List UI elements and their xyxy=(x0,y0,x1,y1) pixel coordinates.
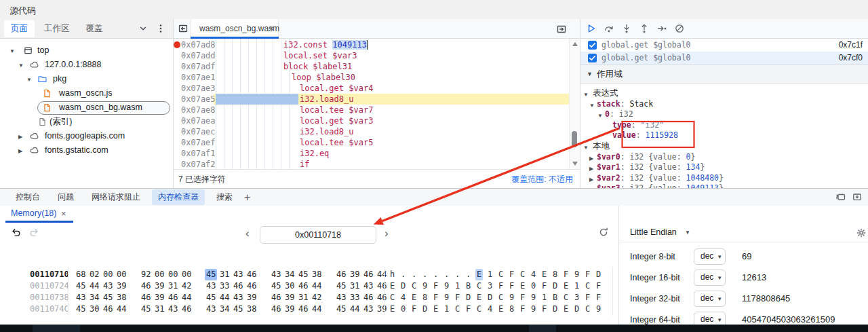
memory-ascii-char[interactable]: F xyxy=(455,292,460,303)
memory-byte[interactable]: 46 xyxy=(168,292,178,303)
memory-byte[interactable]: 39 xyxy=(117,280,126,292)
memory-byte[interactable]: 45 xyxy=(336,280,346,292)
memory-byte[interactable]: 33 xyxy=(220,280,229,292)
memory-byte[interactable]: 46 xyxy=(363,269,373,280)
code-line[interactable]: 0x07aeflocal.tee $var5 xyxy=(173,137,569,148)
scope-row-$var0[interactable]: ▶$var0: i32 {value: 0} xyxy=(580,151,868,162)
memory-byte[interactable]: 38 xyxy=(117,292,126,303)
memory-ascii-char[interactable]: . xyxy=(444,269,449,280)
memory-ascii-char[interactable]: 9 xyxy=(422,280,427,292)
memory-ascii-char[interactable]: E xyxy=(390,280,395,292)
memory-byte[interactable]: 31 xyxy=(168,280,178,292)
memory-byte[interactable]: 46 xyxy=(141,292,151,303)
memory-ascii-char[interactable]: . xyxy=(422,269,427,280)
refresh-icon[interactable] xyxy=(598,227,609,238)
memory-byte[interactable]: 00 xyxy=(155,269,164,280)
memory-ascii-char[interactable]: D xyxy=(422,303,427,315)
tree-item-wasm_oscn.js[interactable]: wasm_oscn.js xyxy=(0,86,173,100)
memory-ascii-char[interactable]: 8 xyxy=(509,303,514,315)
tree-item-127.0.0.1:8888[interactable]: ▼127.0.0.1:8888 xyxy=(0,58,173,72)
drawer-tab-网络请求阻止[interactable]: 网络请求阻止 xyxy=(85,189,146,205)
tree-item-pkg[interactable]: ▼pkg xyxy=(0,72,173,86)
memory-ascii-char[interactable]: F xyxy=(596,292,601,303)
memory-byte[interactable]: 31 xyxy=(298,292,308,303)
checkbox-checked-icon[interactable] xyxy=(588,54,597,62)
memory-byte[interactable]: 34 xyxy=(90,292,99,303)
memory-byte[interactable]: 30 xyxy=(285,280,294,292)
memory-ascii-char[interactable]: 9 xyxy=(596,303,601,315)
memory-byte[interactable]: 34 xyxy=(285,269,294,280)
memory-ascii-char[interactable]: 4 xyxy=(401,292,406,303)
memory-ascii-char[interactable]: D xyxy=(401,280,406,292)
memory-ascii-char[interactable]: 4 xyxy=(531,269,536,280)
memory-ascii-char[interactable]: E xyxy=(498,303,503,315)
memory-ascii-char[interactable]: E xyxy=(477,292,481,303)
scroll-down-icon[interactable] xyxy=(572,162,578,166)
memory-byte[interactable]: 45 xyxy=(76,303,85,315)
memory-byte[interactable]: 43 xyxy=(233,269,243,280)
memory-byte[interactable]: 43 xyxy=(103,280,113,292)
memory-ascii-char[interactable]: B xyxy=(466,280,471,292)
memory-byte[interactable]: 45 xyxy=(336,303,346,315)
memory-byte[interactable]: 46 xyxy=(247,269,256,280)
format-select[interactable]: dec▼ xyxy=(694,270,726,286)
memory-ascii-char[interactable]: E xyxy=(433,303,438,315)
memory-ascii-char[interactable]: C xyxy=(498,292,503,303)
memory-byte[interactable]: 44 xyxy=(117,303,126,315)
memory-byte[interactable]: 44 xyxy=(350,303,359,315)
divider[interactable] xyxy=(173,19,174,188)
format-select[interactable]: dec▼ xyxy=(694,291,726,307)
memory-ascii-char[interactable]: F xyxy=(596,280,601,292)
step-icon[interactable] xyxy=(656,23,667,34)
more-options-icon[interactable] xyxy=(155,23,166,34)
memory-byte[interactable]: 46 xyxy=(363,292,373,303)
memory-ascii-char[interactable]: . xyxy=(412,269,416,280)
memory-ascii-char[interactable]: F xyxy=(564,269,568,280)
memory-byte[interactable]: 45 xyxy=(205,269,217,280)
memory-ascii-char[interactable]: C xyxy=(585,280,590,292)
memory-byte[interactable]: 43 xyxy=(206,303,216,315)
memory-byte[interactable]: 43 xyxy=(271,269,281,280)
memory-byte[interactable]: 39 xyxy=(285,292,294,303)
memory-ascii-char[interactable]: F xyxy=(433,280,438,292)
memory-ascii-char[interactable]: F xyxy=(585,292,590,303)
memory-ascii-char[interactable]: C xyxy=(455,303,460,315)
memory-byte[interactable]: 31 xyxy=(155,303,164,315)
memory-ascii-char[interactable]: 9 xyxy=(444,280,449,292)
memory-ascii-char[interactable]: F xyxy=(466,303,471,315)
memory-byte[interactable]: 45 xyxy=(206,292,216,303)
memory-ascii-char[interactable]: E xyxy=(390,303,395,315)
sidebar-tab-页面[interactable]: 页面 xyxy=(4,20,35,37)
memory-byte[interactable]: 46 xyxy=(377,292,387,303)
code-line[interactable]: 0x07ae1loop $label30 xyxy=(173,72,569,83)
format-select[interactable]: dec▼ xyxy=(694,248,726,265)
memory-ascii-char[interactable]: D xyxy=(466,292,471,303)
memory-byte[interactable]: 39 xyxy=(350,269,359,280)
memory-byte[interactable]: 34 xyxy=(220,303,229,315)
expanded-icon[interactable]: ▼ xyxy=(9,44,15,58)
memory-ascii-char[interactable]: . xyxy=(466,269,471,280)
memory-byte[interactable]: 31 xyxy=(350,280,359,292)
memory-hex-dump[interactable]: 0011071068020000920000004531434643344538… xyxy=(0,265,618,319)
show-debugger-icon[interactable] xyxy=(556,24,567,35)
memory-byte[interactable]: 38 xyxy=(247,303,256,315)
memory-ascii-char[interactable]: 8 xyxy=(553,269,557,280)
memory-byte[interactable]: 46 xyxy=(141,280,151,292)
tree-item-wasm_oscn_bg.wasm[interactable]: wasm_oscn_bg.wasm xyxy=(0,100,173,115)
memory-ascii-char[interactable]: C xyxy=(585,303,590,315)
drawer-tab-搜索[interactable]: 搜索 xyxy=(210,189,239,205)
memory-ascii-char[interactable]: 1 xyxy=(574,280,579,292)
memory-byte[interactable]: 44 xyxy=(90,280,99,292)
code-line[interactable]: 0x07adfblock $label31 xyxy=(173,61,569,72)
memory-byte[interactable]: 46 xyxy=(336,269,346,280)
memory-byte[interactable]: 45 xyxy=(141,303,151,315)
drawer-tab-控制台[interactable]: 控制台 xyxy=(9,189,46,205)
memory-byte[interactable]: 68 xyxy=(76,269,85,280)
memory-ascii-char[interactable]: D xyxy=(596,269,601,280)
scope-row-stack[interactable]: ▼stack: Stack xyxy=(580,98,868,109)
memory-ascii-char[interactable]: C xyxy=(477,303,481,315)
memory-ascii-char[interactable]: 0 xyxy=(531,280,536,292)
previous-page-icon[interactable]: ‹ xyxy=(245,227,250,240)
memory-tab[interactable]: Memory(18) xyxy=(11,208,56,218)
code-line[interactable]: 0x07ae3local.get $var4 xyxy=(173,83,569,94)
